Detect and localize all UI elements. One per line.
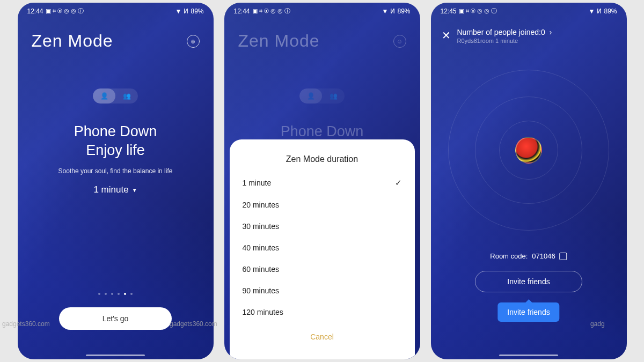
battery-text: 89% [191, 8, 203, 15]
duration-option[interactable]: 40 minutes [241, 237, 403, 258]
sheet-title: Zen Mode duration [241, 154, 403, 164]
avatar [515, 137, 542, 164]
room-code-row: Room code: 071046 [490, 252, 567, 260]
home-indicator[interactable] [86, 354, 145, 356]
screen-group-room: 12:45 ▣ ⌗ ⦿ ◎ ◎ ⓘ ▼ ⵍ 89% ✕ Number of pe… [431, 3, 627, 359]
invite-tooltip: Invite friends [497, 302, 559, 322]
clock: 12:44 [234, 8, 250, 15]
duration-option[interactable]: 90 minutes [241, 280, 403, 301]
page-title: Zen Mode [32, 31, 113, 51]
status-bar: 12:44 ▣ ⌗ ⦿ ◎ ◎ ⓘ ▼ ⵍ 89% [18, 3, 214, 19]
dot [98, 293, 100, 295]
close-icon[interactable]: ✕ [442, 29, 451, 42]
page-dots [98, 293, 133, 295]
title-row: Zen Mode ☺ [18, 19, 214, 51]
duration-option[interactable]: 30 minutes [241, 216, 403, 237]
profile-icon: ☺ [393, 35, 406, 48]
cancel-button[interactable]: Cancel [241, 327, 403, 346]
duration-option[interactable]: 20 minutes [241, 194, 403, 216]
group-mode-icon[interactable]: 👥 [115, 88, 138, 104]
clock: 12:45 [441, 8, 457, 15]
signal-icon: ⵍ [184, 8, 188, 15]
duration-option[interactable]: 120 minutes [241, 301, 403, 323]
main-content: 👤 👥 Phone Down Enjoy life Soothe your so… [18, 51, 214, 195]
status-left: 12:44 ▣ ⌗ ⦿ ◎ ◎ ⓘ [234, 7, 290, 15]
page-title-dimmed: Zen Mode [238, 31, 320, 51]
status-icons: ▣ ⌗ ⦿ ◎ ◎ ⓘ [459, 7, 497, 15]
dot-active [124, 293, 126, 295]
mode-toggle-dimmed: 👤 👥 [299, 88, 345, 104]
battery-text: 89% [604, 8, 617, 15]
invite-friends-button[interactable]: Invite friends [475, 271, 582, 292]
duration-option[interactable]: 1 minute ✓ [241, 172, 403, 194]
screen-zen-main: 12:44 ▣ ⌗ ⦿ ◎ ◎ ⓘ ▼ ⵍ 89% Zen Mode ☺ 👤 👥… [18, 3, 214, 359]
screen-duration-sheet: 12:44 ▣ ⌗ ⦿ ◎ ◎ ⓘ ▼ ⵍ 89% Zen Mode ☺ 👤 👥… [224, 3, 420, 359]
wifi-icon: ▼ [589, 8, 595, 15]
header-row: ✕ Number of people joined:0 › R0yds81roo… [431, 19, 627, 44]
duration-option[interactable]: 60 minutes [241, 258, 403, 280]
joined-count: 0 [541, 28, 545, 36]
status-icons: ▣ ⌗ ⦿ ◎ ◎ ⓘ [46, 7, 84, 15]
watermark: gadgets360.com [2, 320, 50, 328]
home-indicator[interactable] [292, 354, 352, 356]
dot [105, 293, 107, 295]
signal-icon: ⵍ [597, 8, 602, 15]
check-icon: ✓ [395, 178, 402, 188]
group-mode-icon: 👥 [322, 88, 345, 104]
mode-toggle[interactable]: 👤 👥 [93, 88, 138, 104]
main-content-dimmed: 👤 👥 Phone Down [224, 51, 420, 141]
solo-mode-icon: 👤 [299, 88, 322, 104]
joined-label: Number of people joined: [457, 28, 541, 36]
copy-icon[interactable] [560, 253, 567, 260]
room-code-label: Room code: [490, 252, 528, 260]
status-right: ▼ ⵍ 89% [175, 8, 204, 15]
radar-rings [443, 64, 614, 236]
watermark: gadg [590, 320, 605, 328]
subtext: Soothe your soul, find the balance in li… [58, 167, 173, 175]
status-bar: 12:44 ▣ ⌗ ⦿ ◎ ◎ ⓘ ▼ ⵍ 89% [224, 3, 420, 19]
room-subtitle: R0yds81room 1 minute [457, 38, 552, 44]
duration-sheet: Zen Mode duration 1 minute ✓ 20 minutes … [230, 139, 415, 359]
profile-icon[interactable]: ☺ [187, 35, 200, 48]
duration-dropdown[interactable]: 1 minute ▼ [93, 184, 137, 195]
dot [130, 293, 133, 295]
chevron-down-icon: ▼ [132, 187, 137, 193]
home-indicator[interactable] [499, 354, 558, 356]
headline-peek: Phone Down [281, 122, 364, 141]
wifi-icon: ▼ [175, 8, 182, 15]
watermark: gadgets360.com [170, 320, 217, 328]
duration-value: 1 minute [93, 184, 128, 195]
wifi-icon: ▼ [382, 8, 389, 15]
clock: 12:44 [27, 8, 43, 15]
battery-text: 89% [397, 8, 410, 15]
status-icons: ▣ ⌗ ⦿ ◎ ◎ ⓘ [252, 7, 290, 15]
title-row: Zen Mode ☺ [224, 19, 420, 51]
headline-line-1: Phone Down [74, 122, 157, 141]
room-code-value: 071046 [532, 252, 555, 260]
solo-mode-icon[interactable]: 👤 [93, 88, 115, 104]
status-bar: 12:45 ▣ ⌗ ⦿ ◎ ◎ ⓘ ▼ ⵍ 89% [431, 3, 627, 19]
headline: Phone Down Enjoy life [74, 122, 157, 160]
status-right: ▼ ⵍ 89% [382, 8, 411, 15]
dot [118, 293, 120, 295]
status-left: 12:45 ▣ ⌗ ⦿ ◎ ◎ ⓘ [441, 7, 497, 15]
headline-line-2: Enjoy life [74, 141, 157, 160]
chevron-right-icon: › [550, 28, 552, 36]
joined-block[interactable]: Number of people joined:0 › R0yds81room … [457, 28, 552, 44]
status-right: ▼ ⵍ 89% [589, 8, 617, 15]
signal-icon: ⵍ [390, 8, 395, 15]
lets-go-button[interactable]: Let's go [59, 307, 172, 330]
dot [111, 293, 113, 295]
status-left: 12:44 ▣ ⌗ ⦿ ◎ ◎ ⓘ [27, 7, 84, 15]
